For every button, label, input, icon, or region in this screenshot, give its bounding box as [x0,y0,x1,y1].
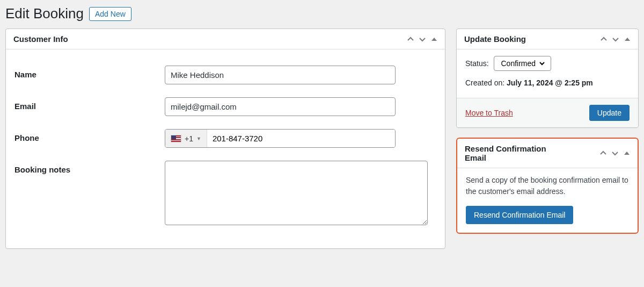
phone-prefix-value: +1 [185,134,193,143]
phone-country-selector[interactable]: +1 ▼ [165,130,207,147]
move-up-icon[interactable] [601,36,607,42]
status-select[interactable]: Confirmed [499,59,546,68]
notes-label: Booking notes [14,161,165,174]
update-booking-panel: Update Booking Status: Confirmed [456,28,639,128]
booking-notes-field[interactable] [165,161,428,225]
resend-confirmation-button[interactable]: Resend Confirmation Email [466,206,573,224]
phone-field[interactable] [207,130,395,147]
move-to-trash-link[interactable]: Move to Trash [465,109,513,117]
add-new-button[interactable]: Add New [89,7,131,21]
move-up-icon[interactable] [407,36,414,42]
move-down-icon[interactable] [612,150,618,156]
update-button[interactable]: Update [589,105,630,121]
toggle-panel-icon[interactable] [624,150,630,156]
chevron-down-icon: ▼ [196,136,201,141]
update-booking-title: Update Booking [464,34,526,44]
us-flag-icon [171,135,181,142]
name-label: Name [14,66,165,79]
status-label: Status: [465,59,489,68]
resend-description: Send a copy of the booking confirmation … [466,175,629,197]
move-down-icon[interactable] [612,36,619,42]
toggle-panel-icon[interactable] [431,36,437,42]
move-up-icon[interactable] [600,150,606,156]
created-on-value: July 11, 2024 @ 2:25 pm [507,78,593,87]
resend-confirmation-panel: Resend Confirmation Email Send a copy of… [456,138,639,234]
customer-info-title: Customer Info [13,34,68,44]
email-field[interactable] [165,97,396,116]
page-title: Edit Booking [5,5,84,22]
resend-confirmation-title: Resend Confirmation Email [465,144,561,162]
toggle-panel-icon[interactable] [624,36,631,42]
phone-label: Phone [14,129,165,142]
move-down-icon[interactable] [419,36,426,42]
email-label: Email [14,97,165,111]
customer-info-panel: Customer Info Name Email [5,28,445,249]
created-on-label: Created on: [465,78,507,87]
name-field[interactable] [165,66,396,84]
